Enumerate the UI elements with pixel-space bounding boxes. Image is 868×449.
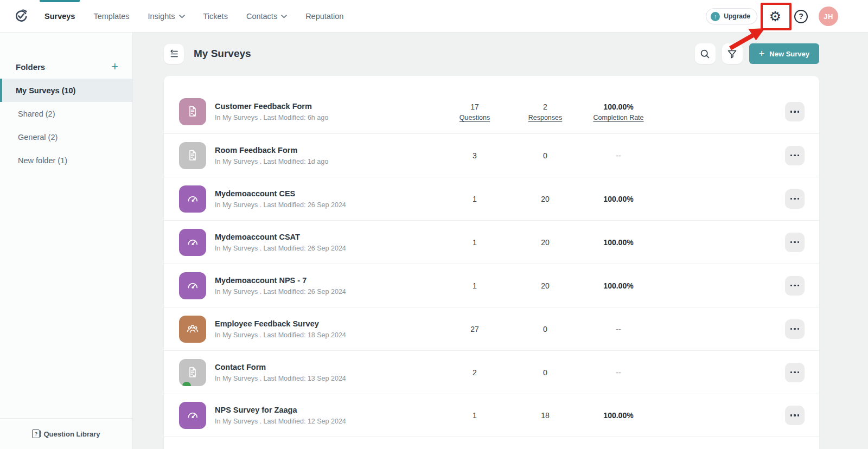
survey-info[interactable]: Room Feedback Form In My Surveys . Last … <box>215 146 439 165</box>
row-menu-button[interactable] <box>785 233 805 252</box>
survey-info[interactable]: Customer Feedback Form In My Surveys . L… <box>215 102 439 121</box>
ellipsis-icon <box>790 111 793 113</box>
tab-insights[interactable]: Insights <box>148 0 185 32</box>
row-menu-button[interactable] <box>785 276 805 296</box>
survey-row[interactable]: Mydemoaccount NPS - 7 In My Surveys . La… <box>164 264 819 307</box>
help-icon[interactable]: ? <box>794 10 808 23</box>
ellipsis-icon <box>790 328 793 330</box>
survey-row[interactable]: Customer Feedback Form In My Surveys . L… <box>164 90 819 133</box>
questions-stat: 1 <box>439 411 510 420</box>
survey-info[interactable]: Mydemoaccount CSAT In My Surveys . Last … <box>215 233 439 252</box>
survey-row[interactable]: Employee Feedback Survey In My Surveys .… <box>164 307 819 350</box>
survey-title: Mydemoaccount NPS - 7 <box>215 276 439 285</box>
survey-row[interactable]: Room Feedback Form In My Surveys . Last … <box>164 133 819 177</box>
survey-info[interactable]: Mydemoaccount NPS - 7 In My Surveys . La… <box>215 276 439 296</box>
questions-count: 1 <box>439 411 510 420</box>
settings-gear-wrap: ⚙ <box>768 9 782 23</box>
sidebar-folder-label: New folder (1) <box>18 156 67 165</box>
folders-sidebar: Folders + My Surveys (10) Shared (2) Gen… <box>0 33 133 449</box>
sidebar-folder-item[interactable]: New folder (1) <box>0 149 132 172</box>
survey-type-tile[interactable] <box>179 316 206 343</box>
survey-type-tile[interactable] <box>179 185 206 213</box>
gauge-icon <box>185 191 200 207</box>
survey-subtitle: In My Surveys . Last Modified: 13 Sep 20… <box>215 375 439 382</box>
ellipsis-icon <box>790 285 793 287</box>
sidebar-folder-item[interactable]: General (2) <box>0 125 132 149</box>
survey-info[interactable]: NPS Survey for Zaaga In My Surveys . Las… <box>215 406 439 425</box>
survey-subtitle: In My Surveys . Last Modified: 1d ago <box>215 158 439 165</box>
questions-count: 1 <box>439 281 510 290</box>
row-menu-button[interactable] <box>785 319 805 339</box>
row-menu-button[interactable] <box>785 406 805 425</box>
completion-rate-label[interactable]: Completion Rate <box>580 114 656 121</box>
responses-count: 18 <box>510 411 580 420</box>
completion-rate-value: 100.00% <box>580 102 656 111</box>
questions-label[interactable]: Questions <box>439 114 510 121</box>
survey-type-tile[interactable] <box>179 272 206 299</box>
responses-count: 0 <box>510 151 580 160</box>
new-survey-label: New Survey <box>769 50 809 58</box>
tab-label: Reputation <box>305 12 343 21</box>
survey-info[interactable]: Contact Form In My Surveys . Last Modifi… <box>215 363 439 382</box>
tab-contacts[interactable]: Contacts <box>246 0 287 32</box>
survey-title: Customer Feedback Form <box>215 102 439 111</box>
row-menu-button[interactable] <box>785 102 805 121</box>
tab-tickets[interactable]: Tickets <box>203 0 228 32</box>
chevron-down-icon <box>281 15 287 18</box>
survey-row[interactable]: Contact Form In My Surveys . Last Modifi… <box>164 350 819 394</box>
survey-type-tile[interactable] <box>179 359 206 386</box>
responses-count: 20 <box>510 195 580 203</box>
survey-info[interactable]: Mydemoaccount CES In My Surveys . Last M… <box>215 189 439 209</box>
gauge-icon <box>185 235 200 250</box>
tab-label: Tickets <box>203 12 228 21</box>
collapse-sidebar-button[interactable] <box>164 44 184 64</box>
question-library-book-icon: ? <box>32 429 40 438</box>
row-menu-button[interactable] <box>785 146 805 165</box>
question-library-button[interactable]: ? Question Library <box>0 418 132 449</box>
add-folder-icon[interactable]: + <box>111 61 118 73</box>
row-menu-button[interactable] <box>785 189 805 209</box>
app-logo-icon[interactable] <box>13 8 29 24</box>
completion-stat: 100.00% <box>580 195 656 203</box>
settings-gear-icon[interactable]: ⚙ <box>769 10 781 23</box>
responses-stat: 0 <box>510 151 580 160</box>
completion-stat: 100.00% Completion Rate <box>580 102 656 121</box>
user-avatar[interactable]: JH <box>819 7 838 26</box>
completion-stat: 100.00% <box>580 281 656 290</box>
responses-stat: 0 <box>510 325 580 333</box>
tab-reputation[interactable]: Reputation <box>305 0 343 32</box>
document-check-icon <box>186 105 200 119</box>
new-survey-button[interactable]: + New Survey <box>749 43 819 64</box>
sidebar-folder-item[interactable]: Shared (2) <box>0 102 132 125</box>
survey-subtitle: In My Surveys . Last Modified: 26 Sep 20… <box>215 288 439 296</box>
survey-row[interactable]: Mydemoaccount CES In My Surveys . Last M… <box>164 177 819 220</box>
completion-rate-value: 100.00% <box>580 195 656 203</box>
survey-row[interactable]: NPS Survey for Zaaga In My Surveys . Las… <box>164 394 819 437</box>
responses-stat: 20 <box>510 195 580 203</box>
tab-surveys[interactable]: Surveys <box>44 0 75 32</box>
tab-templates[interactable]: Templates <box>93 0 129 32</box>
folders-title: Folders <box>16 62 45 72</box>
sidebar-folder-label: Shared (2) <box>18 110 55 118</box>
upgrade-button[interactable]: ↑ Upgrade <box>706 8 757 24</box>
survey-type-tile[interactable] <box>179 229 206 256</box>
survey-row[interactable]: Mydemoaccount CSAT In My Surveys . Last … <box>164 220 819 264</box>
survey-subtitle: In My Surveys . Last Modified: 26 Sep 20… <box>215 201 439 209</box>
top-nav: SurveysTemplatesInsightsTicketsContactsR… <box>0 0 868 33</box>
responses-label[interactable]: Responses <box>510 114 580 121</box>
questions-stat: 17 Questions <box>439 102 510 121</box>
survey-title: Mydemoaccount CSAT <box>215 233 439 241</box>
questions-stat: 1 <box>439 238 510 247</box>
responses-count: 0 <box>510 325 580 333</box>
survey-list-card: Customer Feedback Form In My Surveys . L… <box>164 76 819 449</box>
row-menu-button[interactable] <box>785 363 805 382</box>
filter-button[interactable] <box>722 43 743 64</box>
survey-info[interactable]: Employee Feedback Survey In My Surveys .… <box>215 319 439 339</box>
sidebar-folder-item[interactable]: My Surveys (10) <box>0 79 132 102</box>
responses-count: 20 <box>510 281 580 290</box>
survey-type-tile[interactable] <box>179 98 206 125</box>
survey-type-tile[interactable] <box>179 402 206 429</box>
gauge-icon <box>185 278 200 293</box>
survey-type-tile[interactable] <box>179 142 206 169</box>
search-button[interactable] <box>695 43 716 64</box>
